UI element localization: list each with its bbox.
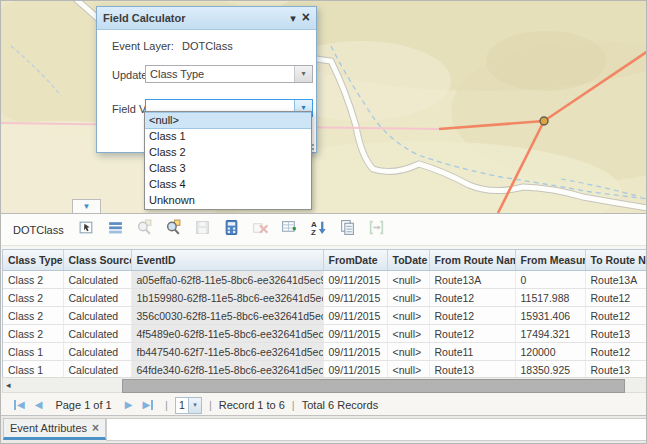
attribute-table-panel: DOTClass AZ Class TypeClass SourceEventI… [1, 213, 647, 415]
table-cell[interactable]: <null> [387, 361, 429, 379]
table-cell[interactable]: Route13 [429, 361, 515, 379]
table-cell[interactable]: 64fde340-62f8-11e5-8bc6-ee32641d5ec9 [131, 361, 323, 379]
add-record-icon[interactable] [281, 219, 298, 236]
field-calculator-icon[interactable] [223, 219, 240, 236]
table-cell[interactable]: Route13A [429, 271, 515, 289]
table-row[interactable]: Class 2Calculateda05effa0-62f8-11e5-8bc6… [3, 271, 647, 289]
map-view[interactable]: Field Calculator ▾ × Event Layer: DOTCla… [1, 1, 647, 213]
dropdown-option[interactable]: Class 4 [145, 177, 311, 193]
next-page-button[interactable]: ▶ [125, 400, 133, 410]
dropdown-option[interactable]: Unknown [145, 193, 311, 209]
table-cell[interactable]: 11517.988 [515, 289, 585, 307]
tab-event-attributes[interactable]: Event Attributes × [3, 418, 106, 440]
pager-separator: | [165, 399, 168, 411]
table-cell[interactable]: Route11 [429, 343, 515, 361]
table-cell[interactable]: Route13A [585, 271, 647, 289]
chevron-down-icon[interactable]: ▾ [294, 66, 312, 82]
table-row[interactable]: Class 2Calculated1b159980-62f8-11e5-8bc6… [3, 289, 647, 307]
dialog-collapse-icon[interactable]: ▾ [290, 13, 296, 24]
select-records-icon[interactable] [78, 219, 95, 236]
dropdown-option[interactable]: Class 2 [145, 145, 311, 161]
table-cell[interactable]: Route12 [585, 307, 647, 325]
scrollbar-thumb[interactable] [122, 379, 625, 393]
column-header[interactable]: FromDate [323, 250, 387, 271]
horizontal-scrollbar[interactable]: ◂ [2, 377, 647, 393]
table-cell[interactable]: 09/11/2015 [323, 343, 387, 361]
dialog-close-icon[interactable]: × [302, 10, 310, 24]
column-header[interactable]: Class Source [63, 250, 131, 271]
zoom-to-record-icon[interactable] [165, 219, 182, 236]
table-cell[interactable]: 0 [515, 271, 585, 289]
table-cell[interactable]: Calculated [63, 343, 131, 361]
table-cell[interactable]: 09/11/2015 [323, 361, 387, 379]
table-cell[interactable]: 09/11/2015 [323, 289, 387, 307]
show-selected-records-icon[interactable] [107, 219, 124, 236]
column-header[interactable]: EventID [131, 250, 323, 271]
table-row[interactable]: Class 1Calculated64fde340-62f8-11e5-8bc6… [3, 361, 647, 379]
column-header[interactable]: From Measure [515, 250, 585, 271]
table-cell[interactable]: <null> [387, 325, 429, 343]
table-cell[interactable]: Class 1 [3, 343, 63, 361]
table-cell[interactable]: Route12 [429, 289, 515, 307]
table-cell[interactable]: 17494.321 [515, 325, 585, 343]
table-cell[interactable]: a05effa0-62f8-11e5-8bc6-ee32641d5ec9 [131, 271, 323, 289]
update-field-select[interactable]: Class Type ▾ [145, 65, 313, 83]
table-cell[interactable]: <null> [387, 307, 429, 325]
table-cell[interactable]: Class 2 [3, 307, 63, 325]
table-cell[interactable]: Route12 [585, 343, 647, 361]
table-panel-collapse-button[interactable]: ▼ [72, 199, 101, 213]
table-cell[interactable]: Route12 [429, 325, 515, 343]
table-cell[interactable]: 15931.406 [515, 307, 585, 325]
table-cell[interactable]: Route13 [585, 361, 647, 379]
table-cell[interactable]: <null> [387, 289, 429, 307]
page-label: Page 1 of 1 [55, 399, 111, 411]
table-cell[interactable]: 09/11/2015 [323, 271, 387, 289]
table-cell[interactable]: 356c0030-62f8-11e5-8bc6-ee32641d5ec9 [131, 307, 323, 325]
table-cell[interactable]: Calculated [63, 271, 131, 289]
table-cell[interactable]: Calculated [63, 361, 131, 379]
column-header[interactable]: Class Type [3, 250, 63, 271]
table-cell[interactable]: 1b159980-62f8-11e5-8bc6-ee32641d5ec9 [131, 289, 323, 307]
attribute-grid: Class TypeClass SourceEventIDFromDateToD… [2, 249, 647, 380]
tab-close-icon[interactable]: × [92, 422, 99, 434]
table-row[interactable]: Class 2Calculated356c0030-62f8-11e5-8bc6… [3, 307, 647, 325]
last-page-button[interactable]: ▶ [142, 400, 153, 410]
table-cell[interactable]: Class 2 [3, 325, 63, 343]
column-header[interactable]: ToDate [387, 250, 429, 271]
first-page-button[interactable]: ◀ [14, 400, 25, 410]
table-cell[interactable]: Route12 [429, 307, 515, 325]
page-size-value: 1 [176, 398, 188, 413]
column-header[interactable]: From Route Name [429, 250, 515, 271]
table-cell[interactable]: Route12 [585, 289, 647, 307]
dropdown-option[interactable]: Class 1 [145, 129, 311, 145]
table-cell[interactable]: Calculated [63, 325, 131, 343]
table-cell[interactable]: Calculated [63, 289, 131, 307]
dialog-titlebar[interactable]: Field Calculator ▾ × [97, 7, 316, 30]
table-row[interactable]: Class 1Calculatedfb447540-62f7-11e5-8bc6… [3, 343, 647, 361]
prev-page-button[interactable]: ◀ [35, 400, 43, 410]
copy-attributes-icon[interactable] [339, 219, 356, 236]
table-cell[interactable]: Class 2 [3, 271, 63, 289]
table-cell[interactable]: 09/11/2015 [323, 307, 387, 325]
table-cell[interactable]: Route13 [585, 325, 647, 343]
sort-icon[interactable]: AZ [310, 219, 327, 236]
chevron-down-icon[interactable]: ▾ [188, 398, 201, 413]
table-cell[interactable]: 120000 [515, 343, 585, 361]
pager-separator: | [292, 399, 295, 411]
table-cell[interactable]: 09/11/2015 [323, 325, 387, 343]
route-junction-marker [540, 117, 548, 125]
dropdown-option[interactable]: <null> [145, 112, 311, 129]
column-header[interactable]: To Route Name [585, 250, 647, 271]
table-cell[interactable]: 4f5489e0-62f8-11e5-8bc6-ee32641d5ec9 [131, 325, 323, 343]
table-cell[interactable]: Class 2 [3, 289, 63, 307]
table-cell[interactable]: Calculated [63, 307, 131, 325]
page-size-select[interactable]: 1 ▾ [175, 397, 202, 414]
dropdown-option[interactable]: Class 3 [145, 161, 311, 177]
table-cell[interactable]: 18350.925 [515, 361, 585, 379]
table-row[interactable]: Class 2Calculated4f5489e0-62f8-11e5-8bc6… [3, 325, 647, 343]
table-cell[interactable]: fb447540-62f7-11e5-8bc6-ee32641d5ec9 [131, 343, 323, 361]
table-cell[interactable]: Class 1 [3, 361, 63, 379]
table-cell[interactable]: <null> [387, 343, 429, 361]
table-cell[interactable]: <null> [387, 271, 429, 289]
scroll-left-icon[interactable]: ◂ [6, 380, 11, 391]
